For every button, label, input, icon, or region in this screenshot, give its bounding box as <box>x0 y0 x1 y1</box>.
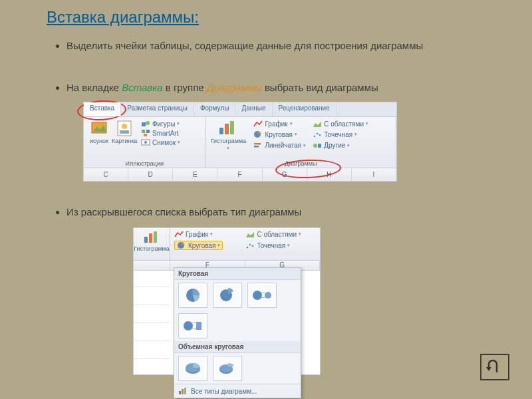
svg-rect-5 <box>142 122 146 126</box>
return-button[interactable] <box>480 354 509 380</box>
svg-rect-23 <box>318 144 321 148</box>
smartart-button[interactable]: SmartArt <box>141 129 180 137</box>
ribbon-tabs: Вставка Разметка страницы Формулы Данные… <box>84 102 396 117</box>
dropdown-section-2d: Круговая <box>174 268 301 280</box>
col-header[interactable]: C <box>84 168 128 181</box>
svg-point-35 <box>265 292 271 299</box>
col-header[interactable]: H <box>307 168 352 181</box>
pie-chart-button[interactable]: Круговая▾ <box>253 130 306 138</box>
svg-point-19 <box>319 134 321 136</box>
bullet-3: Из раскрывшегося списка выбрать тип диаг… <box>66 206 492 219</box>
col-header[interactable]: D <box>128 168 173 181</box>
excel-ribbon: Вставка Разметка страницы Формулы Данные… <box>83 102 397 182</box>
svg-point-38 <box>184 321 193 331</box>
pie-chart-button-2[interactable]: Круговая▾ <box>174 241 239 250</box>
group-illustrations: исунок Картинка Фигуры▾ SmartArt Снимок▾… <box>84 117 205 168</box>
svg-point-34 <box>253 291 262 300</box>
svg-rect-13 <box>225 124 229 134</box>
group-charts: Гистограмма ▾ График▾ С областями▾ Круго… <box>205 117 396 168</box>
col-header[interactable]: F <box>217 168 262 181</box>
svg-line-41 <box>192 329 196 329</box>
svg-rect-4 <box>120 130 129 134</box>
scatter-chart-button[interactable]: Точечная▾ <box>313 130 368 138</box>
svg-rect-26 <box>154 231 157 243</box>
excel-ribbon-dropdown: Гистограмма График▾ С областями▾ Кругова… <box>133 227 321 375</box>
svg-rect-20 <box>254 143 261 145</box>
spreadsheet-columns: C D E F G H I <box>84 168 396 181</box>
page-title: Вставка диаграммы: <box>47 8 199 27</box>
svg-point-6 <box>146 121 150 125</box>
svg-rect-48 <box>184 388 186 394</box>
svg-rect-9 <box>144 134 147 136</box>
histogram-button-2[interactable]: Гистограмма <box>134 228 170 260</box>
svg-rect-12 <box>219 128 223 134</box>
bar-chart-button[interactable]: Линейчатая▾ <box>253 142 306 150</box>
all-chart-types-button[interactable]: Все типы диаграмм... <box>174 384 301 398</box>
col-header[interactable]: E <box>173 168 217 181</box>
svg-point-3 <box>122 124 127 129</box>
svg-rect-7 <box>142 130 145 133</box>
pie-type-2[interactable] <box>213 283 242 308</box>
svg-rect-46 <box>179 391 181 394</box>
svg-point-31 <box>252 245 254 247</box>
picture-button[interactable]: исунок <box>88 120 110 148</box>
tab-data[interactable]: Данные <box>235 102 272 116</box>
svg-rect-24 <box>144 237 148 243</box>
bullet-2: На вкладке Вставка в группе Диаграммы вы… <box>66 82 492 94</box>
pie3d-type-1[interactable] <box>178 356 207 381</box>
pie-chart-dropdown: Круговая Объемная круговая Все типы диаг… <box>174 267 301 398</box>
histogram-button[interactable]: Гистограмма ▾ <box>209 120 247 151</box>
pie-type-1[interactable] <box>178 283 207 308</box>
area-chart-button[interactable]: С областями▾ <box>313 120 368 128</box>
svg-point-11 <box>144 141 147 144</box>
svg-point-22 <box>313 144 317 148</box>
tab-formulas[interactable]: Формулы <box>194 102 236 116</box>
screenshot-button[interactable]: Снимок▾ <box>141 138 180 146</box>
chart-icon <box>178 387 188 395</box>
svg-line-40 <box>192 323 196 323</box>
dropdown-section-3d: Объемная круговая <box>174 341 301 353</box>
clipart-button[interactable]: Картинка <box>112 120 137 148</box>
u-turn-arrow-icon <box>486 359 503 375</box>
group-label-illustrations: Иллюстрации <box>84 160 205 167</box>
pie3d-type-2[interactable] <box>213 356 242 381</box>
tab-insert[interactable]: Вставка <box>84 102 121 116</box>
pie-type-3[interactable] <box>247 283 277 308</box>
bullet-1: Выделить ячейки таблицы, содержащие данн… <box>66 40 492 53</box>
svg-rect-8 <box>146 130 150 133</box>
pie-type-4[interactable] <box>178 313 207 338</box>
shapes-button[interactable]: Фигуры▾ <box>141 120 180 128</box>
svg-rect-25 <box>149 233 152 243</box>
svg-marker-49 <box>486 367 491 371</box>
svg-marker-27 <box>246 232 254 237</box>
other-charts-button[interactable]: Другие▾ <box>313 142 368 150</box>
svg-point-17 <box>314 136 316 138</box>
svg-point-30 <box>249 244 251 246</box>
area-chart-button-2[interactable]: С областями▾ <box>245 230 317 238</box>
line-chart-button-2[interactable]: График▾ <box>174 230 239 238</box>
tab-review[interactable]: Рецензирование <box>273 102 336 116</box>
col-header[interactable]: G <box>263 168 307 181</box>
line-chart-button[interactable]: График▾ <box>253 120 306 128</box>
svg-marker-15 <box>313 122 321 127</box>
svg-rect-14 <box>230 121 234 134</box>
scatter-chart-button-2[interactable]: Точечная▾ <box>245 241 317 250</box>
svg-point-29 <box>247 247 249 249</box>
tab-page-layout[interactable]: Разметка страницы <box>121 102 194 116</box>
svg-rect-39 <box>196 322 201 330</box>
col-header[interactable]: I <box>352 168 396 181</box>
group-label-charts: Диаграммы <box>205 160 396 167</box>
svg-point-18 <box>317 133 319 135</box>
svg-rect-47 <box>182 389 184 394</box>
svg-rect-21 <box>254 146 259 148</box>
